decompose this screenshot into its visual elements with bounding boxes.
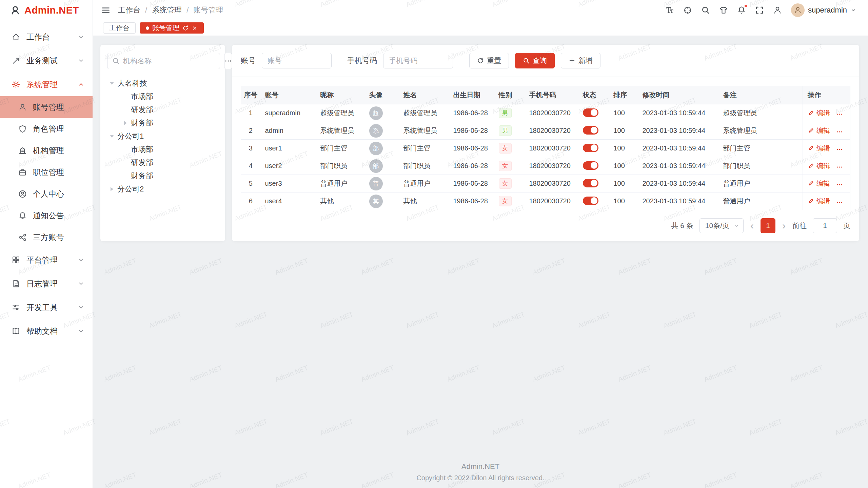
sidebar-subitem-2-2[interactable]: 机构管理 [0,140,93,161]
account-filter-input[interactable] [262,53,332,68]
sidebar-subitem-2-5[interactable]: 通知公告 [0,205,93,226]
sidebar-item-3[interactable]: 平台管理 [0,248,93,272]
cell-status [578,175,609,192]
caret-right-icon[interactable] [108,187,115,191]
tab-active-dot [146,26,149,30]
search-button[interactable]: 查询 [515,53,555,68]
theme-icon[interactable] [719,6,728,15]
caret-down-icon[interactable] [108,82,115,85]
cell-avatar: 部 [364,157,399,175]
caret-right-icon[interactable] [122,121,129,125]
next-page-button[interactable]: › [782,221,786,231]
app-logo[interactable]: Admin.NET [0,0,93,20]
tree-node-2[interactable]: 研发部 [107,103,218,116]
chevron-down-icon [78,257,84,263]
table-row-1: 2admin系统管理员系系统管理员1986-06-28男180200307201… [241,122,850,140]
tree-node-0[interactable]: 大名科技 [107,77,218,90]
sidebar-item-1[interactable]: 业务测试 [0,49,93,73]
tab-1[interactable]: 账号管理 [140,22,204,34]
footer-title: Admin.NET [93,462,868,471]
status-toggle[interactable] [583,161,598,170]
org-search-input[interactable] [123,57,215,65]
edit-icon [808,180,814,187]
tree-node-1[interactable]: 市场部 [107,90,218,103]
org-icon [18,146,27,155]
status-toggle[interactable] [583,179,598,187]
row-more-button[interactable] [836,199,844,206]
search-icon [112,57,120,65]
add-button[interactable]: 新增 [561,53,600,68]
user-settings-icon[interactable] [773,6,782,15]
prev-page-button[interactable]: ‹ [750,221,754,231]
status-toggle[interactable] [583,108,598,117]
sidebar-item-4[interactable]: 日志管理 [0,272,93,296]
edit-button[interactable]: 编辑 [808,144,830,153]
org-tree: 大名科技市场部研发部财务部分公司1市场部研发部财务部分公司2 [107,77,218,196]
row-more-button[interactable] [836,146,844,153]
breadcrumb-item-0[interactable]: 工作台 [118,5,140,15]
tree-more-button[interactable] [224,53,232,69]
tree-node-6[interactable]: 研发部 [107,156,218,169]
edit-button[interactable]: 编辑 [808,126,830,135]
tab-0[interactable]: 工作台 [103,22,136,34]
cell-gender: 女 [494,157,525,175]
cell-nickname: 超级管理员 [316,104,364,122]
guide-icon[interactable] [683,6,692,15]
status-toggle[interactable] [583,197,598,205]
sidebar-item-5[interactable]: 开发工具 [0,296,93,319]
sidebar-item-6[interactable]: 帮助文档 [0,319,93,343]
table-row-4: 5user3普通用户普普通用户1986-06-28女18020030720100… [241,175,850,192]
user-menu[interactable]: superadmin [791,3,856,17]
sidebar-subitem-2-4[interactable]: 个人中心 [0,183,93,205]
sidebar-subitem-2-3[interactable]: 职位管理 [0,161,93,183]
tree-node-8[interactable]: 分公司2 [107,182,218,196]
tree-node-3[interactable]: 财务部 [107,116,218,129]
sidebar-subitem-2-6[interactable]: 三方账号 [0,226,93,248]
tree-node-7[interactable]: 财务部 [107,169,218,182]
tree-node-label: 财务部 [131,118,153,128]
notification-icon[interactable] [737,6,746,15]
sidebar-subitem-2-0[interactable]: 账号管理 [0,96,93,118]
avatar: 其 [369,195,383,208]
row-more-button[interactable] [836,128,844,135]
row-more-button[interactable] [836,164,844,170]
pagination-total: 共 6 条 [671,221,693,230]
tab-refresh-icon[interactable] [182,25,189,31]
edit-button[interactable]: 编辑 [808,161,830,170]
breadcrumb-item-1[interactable]: 系统管理 [152,5,182,15]
fullscreen-icon[interactable] [755,6,764,15]
status-toggle[interactable] [583,126,598,135]
search-icon[interactable] [701,6,710,15]
sidebar-subitem-2-1[interactable]: 角色管理 [0,118,93,140]
page-size-select[interactable]: 10条/页 [699,218,744,233]
sidebar-item-0[interactable]: 工作台 [0,25,93,49]
sidebar-item-2[interactable]: 系统管理 [0,73,93,96]
cell-modified-time: 2023-01-03 10:59:44 [638,157,718,175]
font-size-icon[interactable] [665,6,674,15]
current-page[interactable]: 1 [761,218,775,233]
cell-name: 部门职员 [399,157,449,175]
chevron-up-icon [78,81,84,88]
row-more-button[interactable] [836,181,844,188]
row-more-button[interactable] [836,111,844,118]
menu-collapse-icon[interactable] [101,5,111,15]
sidebar-item-label: 帮助文档 [26,326,78,337]
breadcrumb-item-2[interactable]: 账号管理 [193,5,223,15]
gender-badge: 男 [499,125,512,136]
tree-node-5[interactable]: 市场部 [107,143,218,156]
phone-filter-input[interactable] [383,53,453,68]
home-icon [12,33,20,41]
edit-icon [808,163,814,169]
chevron-down-icon [78,57,84,64]
edit-button[interactable]: 编辑 [808,108,830,118]
goto-page-input[interactable] [813,218,837,233]
cell-nickname: 部门职员 [316,157,364,175]
edit-button[interactable]: 编辑 [808,179,830,188]
caret-down-icon[interactable] [108,135,115,138]
tab-close-icon[interactable] [192,25,198,31]
reset-button[interactable]: 重置 [469,53,509,68]
tree-node-4[interactable]: 分公司1 [107,129,218,143]
edit-button[interactable]: 编辑 [808,197,830,206]
goto-label: 前往 [792,221,807,230]
status-toggle[interactable] [583,144,598,152]
